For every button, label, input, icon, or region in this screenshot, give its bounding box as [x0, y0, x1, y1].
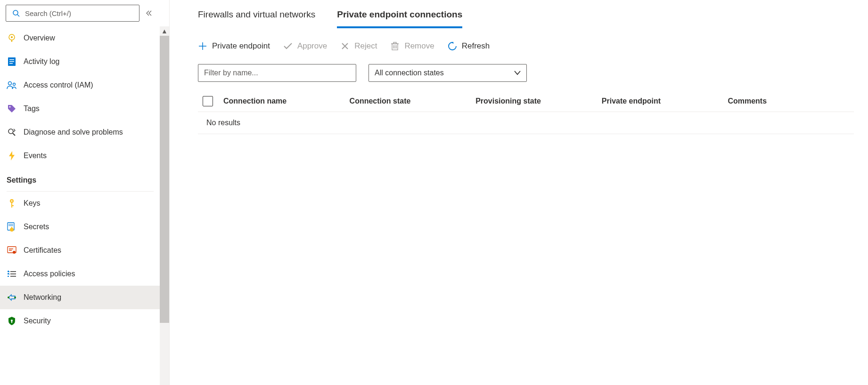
secrets-icon — [7, 222, 17, 232]
toolbar: Private endpoint Approve Reject Remove R… — [198, 41, 854, 51]
column-private-endpoint[interactable]: Private endpoint — [602, 97, 728, 105]
column-connection-state[interactable]: Connection state — [350, 97, 476, 105]
refresh-icon — [448, 41, 457, 51]
empty-results: No results — [198, 112, 854, 134]
sidebar-item-label: Networking — [24, 293, 61, 302]
svg-rect-18 — [8, 224, 13, 225]
sidebar-item-label: Overview — [24, 34, 55, 42]
certificates-icon — [7, 245, 17, 256]
sidebar-item-overview[interactable]: Overview — [0, 26, 160, 50]
sidebar-item-label: Secrets — [24, 223, 49, 231]
svg-point-10 — [13, 83, 16, 86]
refresh-button[interactable]: Refresh — [448, 41, 490, 51]
sidebar-item-keys[interactable]: Keys — [0, 192, 160, 215]
sidebar-item-label: Access control (IAM) — [24, 81, 93, 89]
sidebar-item-security[interactable]: Security — [0, 309, 160, 333]
sidebar-item-networking[interactable]: Networking — [0, 286, 160, 309]
svg-rect-23 — [9, 250, 12, 251]
svg-rect-19 — [8, 225, 13, 226]
search-box[interactable] — [6, 5, 139, 22]
sidebar-item-access-policies[interactable]: Access policies — [0, 262, 160, 286]
column-comments[interactable]: Comments — [728, 97, 854, 105]
scroll-up-arrow[interactable]: ▲ — [160, 26, 169, 36]
connection-state-select[interactable]: All connection states — [368, 64, 527, 82]
main-content: Firewalls and virtual networks Private e… — [170, 0, 868, 385]
sidebar-section-settings: Settings — [0, 168, 160, 188]
svg-rect-16 — [12, 205, 14, 206]
collapse-sidebar-button[interactable] — [143, 8, 155, 19]
activity-log-icon — [7, 56, 17, 67]
toolbar-label: Private endpoint — [212, 41, 270, 51]
networking-icon — [7, 292, 17, 303]
sidebar-item-diagnose[interactable]: Diagnose and solve problems — [0, 120, 160, 144]
svg-rect-4 — [11, 40, 12, 42]
svg-point-11 — [9, 106, 11, 108]
sidebar-item-label: Tags — [24, 104, 40, 113]
scroll-thumb[interactable] — [160, 36, 169, 323]
sidebar-item-tags[interactable]: Tags — [0, 97, 160, 120]
svg-rect-6 — [9, 59, 14, 60]
sidebar-item-activity-log[interactable]: Activity log — [0, 50, 160, 73]
toolbar-label: Remove — [404, 41, 434, 51]
sidebar: Overview Activity log Access control (IA… — [0, 0, 170, 385]
search-input[interactable] — [25, 9, 134, 17]
sidebar-item-label: Keys — [24, 199, 41, 208]
toolbar-label: Approve — [297, 41, 327, 51]
svg-rect-7 — [9, 61, 14, 62]
filter-by-name-input[interactable] — [198, 64, 356, 82]
column-provisioning-state[interactable]: Provisioning state — [475, 97, 602, 105]
check-icon — [283, 41, 293, 51]
sidebar-item-label: Activity log — [24, 57, 59, 66]
security-icon — [7, 316, 17, 326]
connections-table: Connection name Connection state Provisi… — [198, 90, 854, 134]
svg-rect-22 — [9, 249, 13, 249]
keys-icon — [7, 198, 17, 209]
add-private-endpoint-button[interactable]: Private endpoint — [198, 41, 270, 51]
sidebar-item-label: Diagnose and solve problems — [24, 128, 123, 136]
svg-point-25 — [8, 297, 9, 298]
access-control-icon — [7, 80, 17, 90]
filters: All connection states — [198, 64, 854, 82]
toolbar-label: Refresh — [462, 41, 490, 51]
sidebar-item-label: Access policies — [24, 270, 75, 278]
sidebar-item-secrets[interactable]: Secrets — [0, 215, 160, 239]
reject-button: Reject — [340, 41, 377, 51]
x-icon — [340, 41, 350, 51]
access-policies-icon — [7, 269, 17, 279]
column-connection-name[interactable]: Connection name — [223, 97, 350, 105]
svg-point-0 — [13, 10, 18, 15]
approve-button: Approve — [283, 41, 327, 51]
sidebar-item-label: Certificates — [24, 246, 61, 255]
svg-rect-28 — [11, 321, 12, 323]
select-all-checkbox[interactable] — [203, 96, 213, 106]
svg-point-9 — [8, 82, 12, 85]
tab-private-endpoints[interactable]: Private endpoint connections — [337, 9, 462, 28]
table-header: Connection name Connection state Provisi… — [198, 90, 854, 112]
key-vault-icon — [7, 33, 17, 43]
search-icon — [11, 8, 21, 18]
svg-point-12 — [8, 129, 13, 134]
svg-line-1 — [17, 15, 19, 16]
svg-point-3 — [11, 36, 13, 38]
svg-rect-8 — [9, 63, 13, 64]
sidebar-scrollbar[interactable]: ▲ — [160, 26, 169, 385]
svg-point-14 — [11, 201, 13, 202]
svg-rect-20 — [11, 227, 12, 229]
plus-icon — [198, 41, 207, 51]
svg-rect-15 — [11, 203, 12, 208]
tab-firewalls[interactable]: Firewalls and virtual networks — [198, 9, 315, 28]
remove-button: Remove — [390, 41, 434, 51]
toolbar-label: Reject — [354, 41, 377, 51]
sidebar-item-events[interactable]: Events — [0, 144, 160, 168]
tabs: Firewalls and virtual networks Private e… — [198, 9, 854, 28]
diagnose-icon — [7, 127, 17, 137]
sidebar-item-access-control[interactable]: Access control (IAM) — [0, 73, 160, 97]
tags-icon — [7, 104, 17, 114]
svg-point-26 — [14, 297, 16, 298]
chevron-down-icon — [514, 69, 521, 77]
sidebar-item-label: Events — [24, 152, 47, 160]
sidebar-item-certificates[interactable]: Certificates — [0, 239, 160, 262]
trash-icon — [390, 41, 400, 51]
events-icon — [7, 151, 17, 161]
sidebar-item-label: Security — [24, 317, 51, 325]
